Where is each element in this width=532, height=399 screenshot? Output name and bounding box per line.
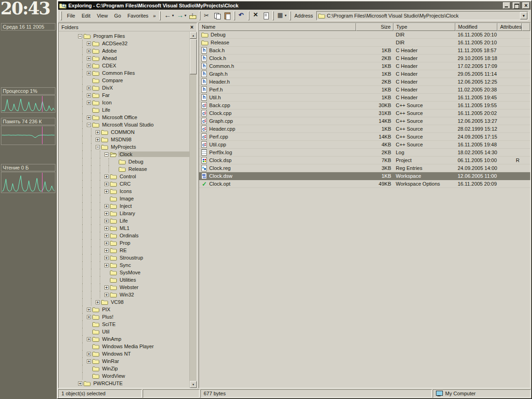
tree-item-winamp[interactable]: +WinAmp [59, 335, 189, 343]
maximize-button[interactable] [513, 2, 520, 9]
tree-expand-toggle[interactable]: + [87, 352, 91, 356]
tree-item-re[interactable]: +RE [59, 247, 189, 254]
tree-expand-toggle[interactable]: + [87, 315, 91, 319]
file-row-clock-dsw[interactable]: Clock.dsw1KBWorkspace12.06.2005 11:00 [199, 172, 530, 180]
tree-expand-toggle[interactable]: + [104, 219, 109, 223]
tree-expand-toggle[interactable]: + [87, 42, 91, 46]
tree-item-prop[interactable]: +Prop [59, 239, 189, 247]
menu-favorites[interactable]: Favorites [124, 12, 151, 20]
tree-item-control[interactable]: +Control [59, 173, 189, 180]
tree-expand-toggle[interactable]: + [87, 308, 91, 312]
tree-item-compare[interactable]: Compare [59, 77, 189, 84]
menu-view[interactable]: View [94, 12, 111, 20]
tree-item-cdex[interactable]: +CDEX [59, 62, 189, 69]
file-row-graph-h[interactable]: Graph.h1KBC Header29.05.2005 11:14 [199, 70, 530, 78]
file-row-header-cpp[interactable]: Header.cpp1KBC++ Source28.02.1999 15:12 [199, 125, 530, 133]
tree-expand-toggle[interactable]: + [104, 285, 109, 290]
column-header-name[interactable]: Name [199, 23, 356, 31]
cut-button[interactable] [202, 11, 212, 21]
file-row-common-h[interactable]: Common.h1KBC Header17.02.2005 17:09 [199, 62, 530, 70]
title-bar[interactable]: Exploring - C:\Program Files\Microsoft V… [58, 1, 531, 10]
file-row-clock-cpp[interactable]: Clock.cpp31KBC++ Source16.11.2005 20:02 [199, 109, 530, 117]
tree-expand-toggle[interactable]: + [87, 101, 91, 105]
tree-item-release[interactable]: Release [59, 165, 189, 173]
file-row-perf9x-log[interactable]: Perf9x.log2KBLog18.02.2005 14:30 [199, 149, 530, 157]
tree-item-image[interactable]: Image [59, 195, 189, 202]
tree-item-program-files[interactable]: −Program Files [59, 32, 189, 40]
copy-button[interactable] [212, 11, 222, 21]
menu-overflow-chevron-icon[interactable]: » [152, 13, 157, 18]
tree-item-winzip[interactable]: WinZip [59, 365, 189, 372]
tree-expand-toggle[interactable]: − [78, 34, 82, 38]
tree-item-winrar[interactable]: +WinRar [59, 357, 189, 365]
tree-item-debug[interactable]: Debug [59, 158, 189, 165]
file-row-perf-h[interactable]: Perf.h1KBC Header11.02.2005 20:38 [199, 86, 530, 94]
file-row-back-cpp[interactable]: Back.cpp30KBC++ Source16.11.2005 19:55 [199, 102, 530, 109]
tree-item-crc[interactable]: +CRC [59, 180, 189, 187]
file-row-util-h[interactable]: Util.h1KBC Header16.11.2005 19:45 [199, 94, 530, 102]
scrollbar-thumb[interactable] [190, 39, 197, 74]
tree-expand-toggle[interactable]: + [87, 359, 91, 363]
column-header-size[interactable]: Size [356, 23, 393, 31]
tree-expand-toggle[interactable]: + [87, 71, 91, 75]
tree-expand-toggle[interactable]: + [87, 64, 91, 68]
tree-expand-toggle[interactable]: − [96, 145, 100, 149]
tree-item-life[interactable]: +Life [59, 217, 189, 224]
tree-expand-toggle[interactable]: + [87, 86, 91, 90]
tree-item-scite[interactable]: SciTE [59, 320, 189, 328]
menu-file[interactable]: File [64, 12, 79, 20]
tree-item-pix[interactable]: +PIX [59, 306, 189, 313]
file-row-header-h[interactable]: Header.h2KBC Header12.06.2005 12:25 [199, 78, 530, 86]
back-button[interactable]: ▾ [163, 11, 175, 21]
tree-expand-toggle[interactable]: + [104, 234, 109, 238]
toolbar-grip[interactable] [290, 11, 291, 20]
file-row-perf-cpp[interactable]: Perf.cpp14KBC++ Source24.09.2005 17:15 [199, 133, 530, 141]
tree-item-sync[interactable]: +Sync [59, 261, 189, 269]
views-button[interactable]: ▾ [275, 11, 288, 21]
forward-button[interactable]: ▾ [175, 11, 187, 21]
close-button[interactable] [522, 2, 530, 9]
tree-item-icon[interactable]: +Icon [59, 99, 189, 106]
tree-item-pwrchute[interactable]: +PWRCHUTE [59, 380, 189, 387]
tree-expand-toggle[interactable]: − [87, 123, 91, 127]
file-row-graph-cpp[interactable]: Graph.cpp14KBC++ Source12.06.2005 13:27 [199, 117, 530, 125]
scroll-up-button[interactable] [190, 32, 197, 39]
tree-expand-toggle[interactable]: + [87, 337, 91, 341]
tree-item-wordview[interactable]: WordView [59, 372, 189, 380]
tree-item-msdn98[interactable]: +MSDN98 [59, 136, 189, 143]
delete-button[interactable] [251, 11, 261, 21]
tree-item-adobe[interactable]: +Adobe [59, 47, 189, 54]
file-row-clock-dsp[interactable]: Clock.dsp7KBProject06.11.2005 10:00R [199, 157, 530, 164]
tree-item-library[interactable]: +Library [59, 210, 189, 217]
toolbar-grip[interactable] [159, 11, 161, 20]
column-header-attributes[interactable]: Attributes [497, 23, 522, 31]
tree-expand-toggle[interactable]: + [87, 93, 91, 97]
paste-button[interactable] [222, 11, 232, 21]
menu-edit[interactable]: Edit [79, 12, 94, 20]
tree-expand-toggle[interactable]: + [87, 49, 91, 53]
tree-item-utilities[interactable]: Utilities [59, 276, 189, 284]
tree-expand-toggle[interactable]: + [104, 248, 109, 253]
tree-item-icons[interactable]: +Icons [59, 187, 189, 195]
file-row-clock-reg[interactable]: Clock.reg3KBReg Entries24.09.2005 14:00 [199, 164, 530, 172]
tree-item-inject[interactable]: +Inject [59, 202, 189, 210]
tree-expand-toggle[interactable]: + [78, 381, 82, 386]
tree-item-ordinals[interactable]: +Ordinals [59, 232, 189, 239]
tree-item-microsoft-office[interactable]: +Microsoft Office [59, 114, 189, 121]
tree-expand-toggle[interactable]: + [104, 212, 109, 216]
tree-item-util[interactable]: Util [59, 328, 189, 335]
tree-item-common[interactable]: +COMMON [59, 128, 189, 136]
tree-item-ml1[interactable]: +ML1 [59, 224, 189, 232]
tree-expand-toggle[interactable]: + [104, 241, 109, 245]
tree-item-windows-nt[interactable]: +Windows NT [59, 350, 189, 357]
tree-expand-toggle[interactable]: + [104, 182, 109, 186]
tree-item-far[interactable]: +Far [59, 91, 189, 99]
tree-item-vc98[interactable]: +VC98 [59, 298, 189, 306]
tree-expand-toggle[interactable]: − [104, 152, 109, 157]
tree-expand-toggle[interactable]: + [104, 256, 109, 260]
menu-go[interactable]: Go [111, 12, 124, 20]
file-row-debug[interactable]: DebugDIR16.11.2005 20:10 [199, 31, 530, 39]
tree-expand-toggle[interactable]: + [104, 226, 109, 230]
tree-item-myprojects[interactable]: −MyProjects [59, 143, 189, 151]
scrollbar-track[interactable] [190, 39, 197, 381]
